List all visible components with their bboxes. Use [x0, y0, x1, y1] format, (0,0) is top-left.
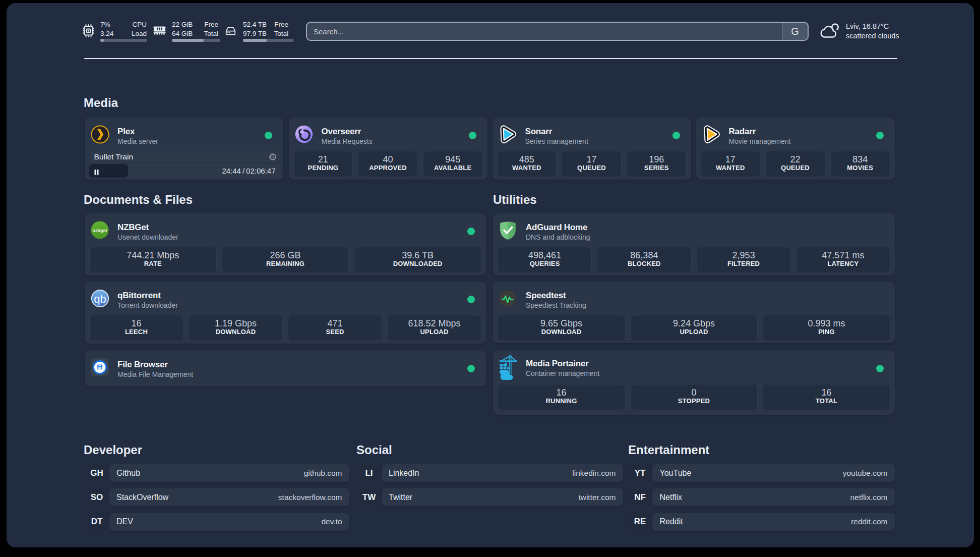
svg-text:qb: qb [94, 293, 106, 305]
svg-text:nzbget: nzbget [93, 228, 107, 233]
